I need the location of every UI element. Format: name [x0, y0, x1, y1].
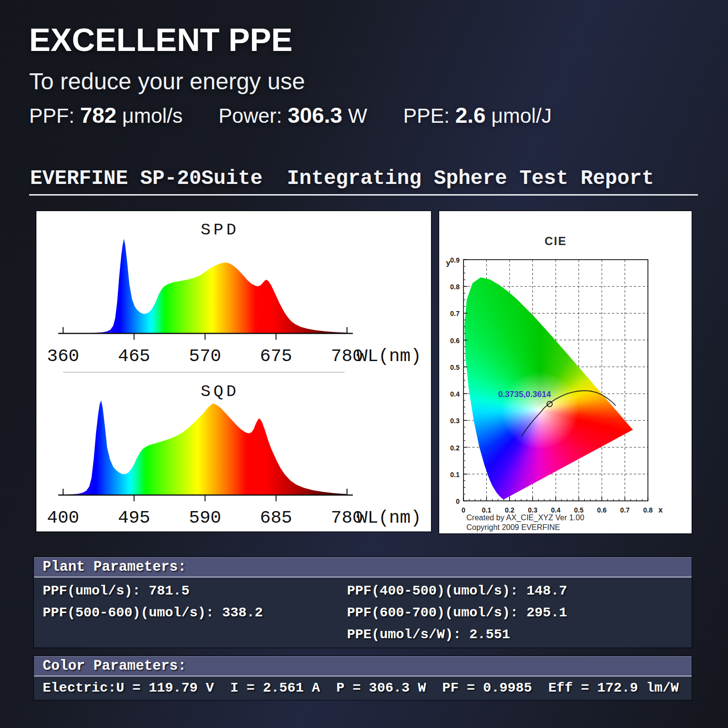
spd-chart: 360465570675780WL(nm)SPD: [36, 212, 431, 370]
svg-text:0.6: 0.6: [450, 337, 460, 345]
cie-overlay-layer: 00.10.20.30.40.50.60.70.800.10.20.30.40.…: [439, 211, 692, 533]
color-parameters-panel: Color Parameters: Electric:U = 119.79 V …: [34, 656, 692, 700]
param-ppf-400-500: PPF(400-500)(umol/s): 148.7: [347, 583, 567, 599]
stat-ppf: PPF: 782 μmol/s: [29, 103, 182, 128]
cie-footer: Created by AX_CIE_XYZ Ver 1.00 Copyright…: [466, 513, 584, 532]
svg-text:360: 360: [47, 346, 80, 366]
sqd-chart: 400495590685780WL(nm)SQD: [36, 374, 431, 531]
stat-ppf-unit: μmol/s: [122, 104, 183, 127]
svg-text:0.7: 0.7: [450, 310, 460, 317]
cie-footer-line2: Copyright 2009 EVERFINE: [466, 523, 584, 532]
cie-plot-border: [463, 260, 648, 501]
svg-text:x: x: [659, 506, 663, 514]
plant-parameters-body: PPF(umol/s): 781.5 PPF(500-600)(umol/s):…: [34, 578, 692, 647]
marketing-page: EXCELLENT PPE To reduce your energy use …: [0, 0, 728, 728]
svg-text:0.8: 0.8: [450, 283, 460, 291]
stat-ppe-label: PPE:: [403, 104, 450, 127]
report-underline: [29, 194, 698, 196]
color-parameters-header-label: Color Parameters:: [43, 658, 186, 674]
chart-divider: [63, 372, 345, 373]
svg-text:0: 0: [456, 497, 460, 505]
chromaticity-annotation: 0.3735,0.3614: [498, 390, 551, 399]
chromaticity-point-marker: [547, 401, 552, 407]
plant-parameters-left-column: PPF(umol/s): 781.5 PPF(500-600)(umol/s):…: [43, 583, 263, 627]
svg-text:0.5: 0.5: [450, 364, 460, 371]
param-electric: Electric:U = 119.79 V I = 2.561 A P = 30…: [43, 680, 679, 696]
plant-parameters-header: Plant Parameters:: [34, 557, 692, 578]
plant-parameters-right-column: PPF(400-500)(umol/s): 148.7 PPF(600-700)…: [347, 583, 567, 649]
svg-text:0.1: 0.1: [450, 471, 460, 479]
svg-text:590: 590: [189, 508, 221, 528]
cie-axes: 00.10.20.30.40.50.60.70.800.10.20.30.40.…: [446, 256, 663, 514]
svg-text:0.6: 0.6: [597, 506, 607, 514]
svg-text:0.8: 0.8: [643, 506, 653, 514]
svg-text:0: 0: [462, 506, 465, 514]
svg-text:495: 495: [118, 508, 150, 528]
stats-row: PPF: 782 μmol/s Power: 306.3 W PPE: 2.6 …: [29, 103, 552, 128]
svg-text:0.3: 0.3: [450, 417, 460, 425]
stat-ppe-value: 2.6: [455, 103, 486, 128]
color-parameters-header: Color Parameters:: [34, 656, 692, 677]
svg-text:0.9: 0.9: [450, 256, 460, 264]
stat-ppe-unit: μmol/J: [491, 104, 552, 127]
report-title: EVERFINE SP-20Suite Integrating Sphere T…: [30, 167, 654, 190]
stat-ppf-label: PPF:: [29, 104, 74, 127]
svg-text:0.7: 0.7: [620, 506, 630, 514]
param-ppf-500-600: PPF(500-600)(umol/s): 338.2: [43, 605, 263, 621]
page-subtitle: To reduce your energy use: [29, 68, 305, 95]
svg-text:WL(nm): WL(nm): [357, 508, 421, 528]
stat-power-value: 306.3: [288, 103, 343, 128]
stat-ppf-value: 782: [80, 103, 116, 128]
svg-text:WL(nm): WL(nm): [357, 346, 421, 366]
svg-text:SQD: SQD: [200, 382, 239, 401]
svg-text:685: 685: [260, 508, 292, 528]
param-ppf-600-700: PPF(600-700)(umol/s): 295.1: [347, 605, 567, 621]
svg-text:570: 570: [189, 346, 221, 366]
svg-text:465: 465: [118, 346, 150, 366]
stat-ppe: PPE: 2.6 μmol/J: [403, 103, 552, 128]
svg-text:0.4: 0.4: [450, 390, 460, 398]
cie-panel: CIE 00.10.20.30.40.50.60.70.800.10.20.30…: [439, 211, 692, 533]
stat-power-unit: W: [348, 104, 367, 127]
param-ppe: PPE(umol/s/W): 2.551: [347, 627, 567, 643]
svg-text:y: y: [446, 259, 450, 267]
plant-parameters-header-label: Plant Parameters:: [43, 559, 186, 575]
page-title: EXCELLENT PPE: [29, 21, 293, 58]
cie-footer-line1: Created by AX_CIE_XYZ Ver 1.00: [466, 513, 584, 523]
stat-power-label: Power:: [218, 104, 282, 127]
spectrum-panel: 360465570675780WL(nm)SPD 400495590685780…: [36, 211, 431, 531]
svg-text:SPD: SPD: [200, 221, 239, 239]
svg-text:0.2: 0.2: [450, 444, 460, 452]
svg-text:400: 400: [47, 508, 80, 528]
plant-parameters-panel: Plant Parameters: PPF(umol/s): 781.5 PPF…: [34, 557, 692, 647]
param-ppf-total: PPF(umol/s): 781.5: [43, 583, 263, 599]
svg-text:675: 675: [260, 346, 292, 366]
color-parameters-body: Electric:U = 119.79 V I = 2.561 A P = 30…: [34, 677, 692, 700]
stat-power: Power: 306.3 W: [218, 103, 367, 128]
